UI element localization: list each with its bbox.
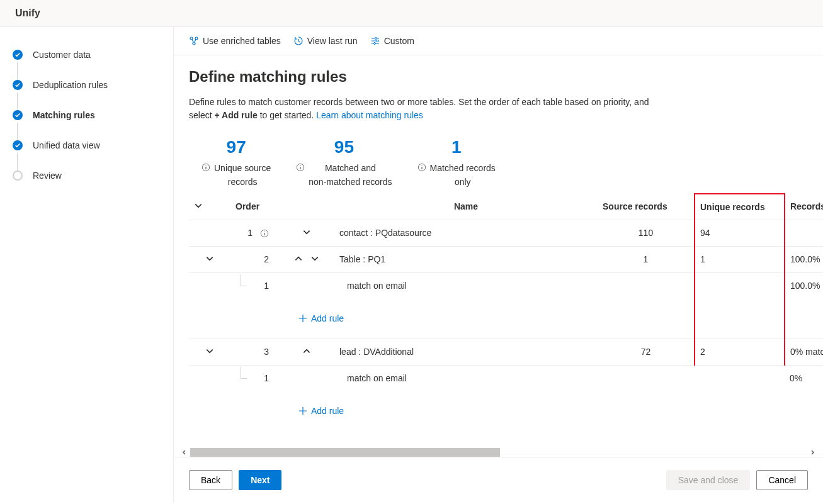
history-icon: [293, 36, 304, 46]
back-button[interactable]: Back: [189, 470, 232, 490]
cancel-button[interactable]: Cancel: [756, 470, 808, 490]
chevron-down-icon[interactable]: [205, 347, 214, 356]
next-button[interactable]: Next: [239, 470, 281, 490]
step-matching-rules[interactable]: Matching rules: [5, 100, 168, 130]
row-matched: [785, 220, 823, 246]
th-order: Order: [230, 194, 279, 220]
step-label: Customer data: [33, 50, 91, 60]
plus-icon: [298, 406, 307, 415]
info-icon[interactable]: [296, 163, 305, 172]
page-header: Unify: [0, 0, 823, 27]
footer: Back Next Save and close Cancel: [174, 457, 823, 503]
scrollbar-thumb[interactable]: [190, 448, 500, 457]
step-review[interactable]: Review: [5, 160, 168, 191]
stat-value: 97: [201, 137, 271, 157]
sub-row-matched: 0%: [785, 365, 823, 391]
check-icon: [13, 80, 23, 90]
check-icon: [13, 50, 23, 60]
toolbar-label: Use enriched tables: [203, 36, 281, 46]
row-unique: 1: [695, 246, 785, 272]
chevron-down-icon[interactable]: [194, 201, 203, 210]
custom-button[interactable]: Custom: [370, 36, 414, 46]
stat-unique-source: 97 Unique sourcerecords: [201, 137, 271, 189]
step-label: Review: [33, 171, 62, 181]
chevron-up-icon[interactable]: [294, 254, 303, 263]
th-matched: Records ma: [785, 194, 823, 220]
wizard-sidebar: Customer data Deduplication rules Matchi…: [0, 27, 173, 503]
stat-value: 1: [417, 137, 496, 157]
stat-label: Unique sourcerecords: [214, 161, 271, 189]
svg-point-3: [375, 38, 377, 40]
plus-icon: [298, 314, 307, 323]
horizontal-scrollbar[interactable]: [174, 448, 823, 457]
th-source: Source records: [598, 194, 695, 220]
save-close-button: Save and close: [666, 470, 751, 490]
row-name: Table : PQ1: [334, 246, 598, 272]
check-icon: [13, 110, 23, 120]
stat-label: Matched andnon-matched records: [309, 161, 392, 189]
sub-row-matched: 100.0%: [785, 272, 823, 298]
step-label: Matching rules: [33, 110, 95, 120]
table-row: 3 lead : DVAdditional 72 2 0% matche: [189, 339, 823, 365]
th-name: Name: [334, 194, 598, 220]
stat-matched-nonmatched: 95 Matched andnon-matched records: [296, 137, 392, 189]
row-matched: 100.0% ma: [785, 246, 823, 272]
circle-icon: [13, 171, 23, 181]
table-row: 1 contact : PQdatasource 110 94: [189, 220, 823, 246]
main-panel: Use enriched tables View last run Custom…: [173, 27, 823, 503]
step-label: Deduplication rules: [33, 80, 108, 90]
row-source: 72: [598, 339, 695, 365]
chevron-down-icon[interactable]: [310, 254, 319, 263]
stat-label: Matched recordsonly: [430, 161, 496, 189]
use-enriched-button[interactable]: Use enriched tables: [189, 36, 281, 46]
row-matched: 0% matche: [785, 339, 823, 365]
row-unique: 94: [695, 220, 785, 246]
scroll-right-icon[interactable]: [809, 449, 815, 456]
svg-point-2: [193, 42, 195, 45]
chevron-down-icon[interactable]: [205, 254, 214, 263]
info-icon[interactable]: [417, 163, 426, 172]
row-unique: 2: [695, 339, 785, 365]
row-name: contact : PQdatasource: [334, 220, 598, 246]
chevron-up-icon[interactable]: [302, 347, 311, 356]
svg-point-4: [377, 40, 378, 42]
step-unified-view[interactable]: Unified data view: [5, 130, 168, 160]
chevron-down-icon[interactable]: [302, 228, 311, 237]
add-rule-button[interactable]: Add rule: [236, 306, 593, 331]
page-description: Define rules to match customer records b…: [189, 96, 655, 122]
matching-rules-table: Order Name Source records Unique records…: [189, 193, 823, 431]
learn-more-link[interactable]: Learn about matching rules: [316, 110, 423, 120]
enriched-icon: [189, 36, 199, 46]
sub-row-name: match on email: [334, 365, 598, 391]
stats-row: 97 Unique sourcerecords 95 Matched andno…: [189, 137, 808, 189]
step-label: Unified data view: [33, 140, 100, 150]
stat-value: 95: [296, 137, 392, 157]
row-name: lead : DVAdditional: [334, 339, 598, 365]
step-customer-data[interactable]: Customer data: [5, 40, 168, 70]
row-source: 1: [598, 246, 695, 272]
sub-row-name: match on email: [334, 272, 598, 298]
header-title: Unify: [15, 8, 808, 19]
step-deduplication[interactable]: Deduplication rules: [5, 70, 168, 100]
add-rule-row: Add rule: [189, 298, 823, 339]
info-icon[interactable]: [260, 229, 269, 238]
th-unique: Unique records: [695, 194, 785, 220]
add-rule-row: Add rule: [189, 391, 823, 431]
row-source: 110: [598, 220, 695, 246]
add-rule-button[interactable]: Add rule: [236, 398, 823, 423]
view-last-run-button[interactable]: View last run: [293, 36, 358, 46]
page-title: Define matching rules: [189, 68, 808, 86]
table-row: 2 Table : PQ1 1 1 100.0% ma: [189, 246, 823, 272]
svg-point-5: [373, 43, 375, 45]
toolbar-label: View last run: [307, 36, 358, 46]
scroll-left-icon[interactable]: [181, 449, 188, 456]
toolbar-label: Custom: [384, 36, 414, 46]
toolbar: Use enriched tables View last run Custom: [174, 27, 823, 55]
check-icon: [13, 140, 23, 150]
sliders-icon: [370, 36, 380, 46]
table-sub-row: 1 match on email 100.0%: [189, 272, 823, 298]
info-icon[interactable]: [201, 163, 210, 172]
table-sub-row: 1 match on email 0%: [189, 365, 823, 391]
stat-matched-only: 1 Matched recordsonly: [417, 137, 496, 189]
